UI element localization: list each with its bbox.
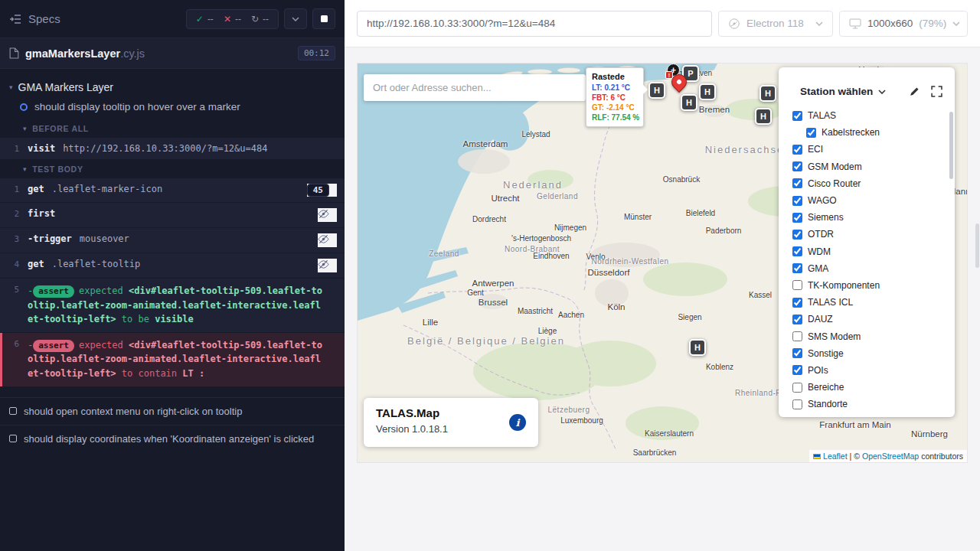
command-row-first[interactable]: 2 first — [0, 203, 345, 227]
layer-item[interactable]: TALAS — [779, 107, 955, 124]
layer-checkbox[interactable] — [792, 348, 802, 358]
stop-icon — [321, 15, 328, 22]
spec-name[interactable]: gmaMarkersLayer.cy.js — [25, 47, 145, 60]
map-label: Osnabrück — [663, 175, 700, 184]
layer-item[interactable]: TK-Komponenten — [779, 277, 955, 294]
collapse-runs-button[interactable] — [284, 8, 307, 29]
station-marker[interactable]: H — [760, 85, 776, 102]
viewport-select[interactable]: 1000x660 (79%) — [839, 11, 968, 37]
assert-row-failed[interactable]: 6 -assertexpected <div#leaflet-tooltip-5… — [0, 333, 345, 386]
station-marker[interactable]: H — [699, 83, 716, 100]
map-label: Liège — [538, 327, 557, 335]
leaflet-tooltip[interactable]: Rastede LT: 0.21 °C FBT: 6 °C GT: -2.14 … — [586, 67, 644, 127]
command-row-get-tooltip[interactable]: 4 get .leaflet-tooltip — [0, 253, 345, 278]
layer-item[interactable]: Standorte — [779, 396, 955, 412]
stop-button[interactable] — [312, 8, 335, 29]
layer-item[interactable]: SMS Modem — [779, 328, 955, 344]
osm-link[interactable]: OpenStreetMap — [862, 452, 919, 461]
layer-checkbox[interactable] — [792, 178, 802, 188]
map-label: Gelderland — [537, 192, 578, 201]
suite-row[interactable]: ▾ GMA Markers Layer — [0, 77, 345, 98]
edit-icon[interactable] — [909, 86, 920, 97]
map-label: Bielefeld — [686, 209, 715, 217]
layer-checkbox[interactable] — [792, 161, 802, 171]
layer-checkbox[interactable] — [792, 263, 802, 273]
layer-checkbox[interactable] — [792, 196, 802, 206]
map-label: Maastricht — [518, 307, 553, 315]
layer-item[interactable]: Siemens — [779, 209, 955, 226]
alert-badge-icon: ! — [665, 71, 673, 79]
layer-item[interactable]: TALAS ICL — [779, 294, 955, 311]
layer-checkbox[interactable] — [792, 246, 802, 256]
map-label: Saarbrücken — [633, 448, 677, 457]
chevron-down-icon — [292, 17, 299, 21]
station-marker[interactable]: H — [648, 82, 665, 99]
station-select[interactable]: Station wählen — [800, 86, 873, 97]
search-input[interactable] — [364, 74, 586, 101]
command-row-get[interactable]: 1 get .leaflet-marker-icon 45 — [0, 178, 345, 202]
layer-item[interactable]: GMA — [779, 260, 955, 277]
layer-checkbox[interactable] — [792, 399, 802, 409]
layer-item[interactable]: WDM — [779, 243, 955, 260]
map-label: Nijmegen — [554, 223, 586, 232]
layer-item[interactable]: POIs — [779, 362, 955, 379]
caret-icon: ▾ — [23, 165, 27, 173]
map-label: Kassel — [749, 291, 772, 299]
section-test-body[interactable]: ▾ TEST BODY — [0, 159, 345, 178]
layer-checkbox[interactable] — [792, 315, 802, 324]
chevron-down-icon — [815, 21, 823, 26]
layer-item[interactable]: DAUZ — [779, 311, 955, 328]
map-label: Gent — [467, 289, 484, 297]
layer-item[interactable]: Sonstige — [779, 345, 955, 362]
refresh-icon: ↻ — [251, 15, 259, 24]
specs-list-icon[interactable] — [9, 14, 21, 24]
layer-checkbox[interactable] — [806, 128, 816, 138]
pending-test-row[interactable]: should display coordinates when 'Koordin… — [0, 425, 345, 452]
cypress-reporter: Specs ✓-- ✕-- ↻-- gmaMarkersLayer.cy.js … — [0, 0, 345, 551]
chevron-down-icon[interactable] — [878, 90, 886, 94]
active-test-row[interactable]: should display tooltip on hover over a m… — [0, 98, 345, 119]
browser-select[interactable]: Electron 118 — [718, 11, 833, 37]
layer-checkbox[interactable] — [792, 331, 802, 341]
app-version: Version 1.0.18.1 — [376, 423, 526, 435]
layer-checkbox[interactable] — [792, 365, 802, 375]
command-row-trigger[interactable]: 3 -trigger mouseover — [0, 228, 345, 253]
layer-item[interactable]: ECI — [779, 141, 955, 158]
layer-item[interactable]: WAGO — [779, 192, 955, 209]
layer-checkbox[interactable] — [792, 230, 802, 240]
layer-checkbox[interactable] — [792, 298, 802, 308]
panel-scrollbar[interactable] — [949, 112, 953, 179]
section-before-all[interactable]: ▾ BEFORE ALL — [0, 119, 345, 137]
runnables: ▾ GMA Markers Layer should display toolt… — [0, 69, 345, 452]
expand-icon[interactable] — [931, 86, 942, 97]
pending-test-row[interactable]: should open context menu on right-click … — [0, 397, 345, 425]
electron-icon — [728, 18, 740, 30]
assert-row-passed[interactable]: 5 -assertexpected <div#leaflet-tooltip-5… — [0, 279, 345, 332]
screen: Specs ✓-- ✕-- ↻-- gmaMarkersLayer.cy.js … — [0, 0, 980, 551]
info-icon[interactable]: i — [509, 414, 526, 431]
layer-checkbox[interactable] — [792, 280, 802, 290]
element-count-badge: 45 — [307, 184, 329, 197]
map[interactable]: Groningen Bremerhaven Bremen Hamburg Nie… — [358, 64, 967, 462]
layer-checkbox[interactable] — [792, 145, 802, 155]
layer-item[interactable]: OTDR — [779, 226, 955, 243]
assert-pill: assert — [33, 285, 74, 298]
layer-checkbox[interactable] — [792, 111, 802, 121]
aut-header: Electron 118 1000x660 (79%) — [345, 0, 980, 47]
layer-item[interactable]: Bereiche — [779, 379, 955, 396]
app-title: TALAS.Map — [376, 406, 526, 419]
page-scrollbar[interactable] — [975, 223, 979, 268]
station-marker[interactable]: H — [689, 339, 706, 356]
station-marker[interactable]: H — [755, 108, 772, 125]
layer-item[interactable]: GSM Modem — [779, 158, 955, 175]
layer-item[interactable]: Cisco Router — [779, 175, 955, 192]
station-marker[interactable]: H — [681, 94, 697, 111]
layer-checkbox[interactable] — [792, 213, 802, 223]
spec-timer: 00:12 — [298, 46, 335, 60]
layer-item[interactable]: Kabelstrecken — [779, 124, 955, 141]
url-input[interactable] — [357, 11, 712, 37]
command-row-visit[interactable]: 1 visit http://192.168.10.33:3000/?m=12&… — [0, 138, 345, 159]
leaflet-link[interactable]: Leaflet — [823, 452, 848, 461]
layer-checkbox[interactable] — [792, 383, 802, 393]
station-panel: Station wählen TALAS Kabelstrecken ECI G… — [779, 67, 955, 417]
